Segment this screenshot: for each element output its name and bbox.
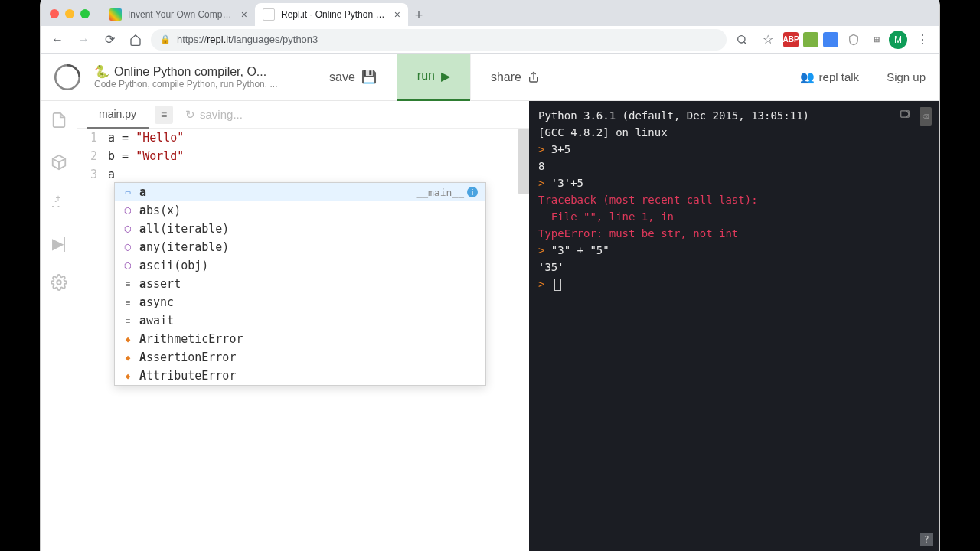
multiplayer-icon[interactable]: ∴+ (51, 196, 65, 213)
debugger-icon[interactable]: ▶| (52, 234, 64, 253)
repl-talk-link[interactable]: 👥 repl talk (786, 54, 874, 101)
browser-tab-active[interactable]: Repl.it - Online Python Editor a × (255, 3, 408, 26)
autocomplete-item[interactable]: ⬡abs(x) (115, 201, 485, 220)
minimize-window[interactable] (65, 9, 74, 18)
autocomplete-item[interactable]: ⬡any(iterable) (115, 238, 485, 256)
tab-label: Invent Your Own Computer Ga (128, 9, 235, 20)
autocomplete-item[interactable]: ≡await (115, 311, 485, 330)
maximize-window[interactable] (80, 9, 90, 18)
save-button[interactable]: save 💾 (309, 54, 397, 101)
format-button[interactable]: ≡ (155, 106, 173, 124)
lock-icon: 🔒 (160, 34, 171, 44)
share-icon (528, 71, 540, 83)
extension-green-icon[interactable] (803, 32, 818, 47)
file-tab-main[interactable]: main.py (87, 101, 149, 129)
replit-logo (51, 61, 83, 93)
new-tab-button[interactable]: + (408, 5, 430, 26)
terminal-expand-icon[interactable] (898, 107, 912, 126)
file-icon[interactable] (51, 112, 67, 132)
browser-tab-inactive[interactable]: Invent Your Own Computer Ga × (102, 3, 255, 26)
autocomplete-item[interactable]: ◆AttributeError (115, 367, 485, 385)
svg-point-2 (57, 280, 61, 285)
page-title: 🐍 Online Python compiler, O... (94, 64, 309, 79)
settings-icon[interactable] (51, 274, 67, 295)
extension-abp-icon[interactable]: ABP (783, 32, 799, 47)
autocomplete-item[interactable]: ▭a__main__i (115, 183, 485, 201)
reload-button[interactable]: ⟳ (99, 29, 120, 51)
browser-tabbar: Invent Your Own Computer Ga × Repl.it - … (41, 0, 939, 26)
home-button[interactable] (125, 29, 146, 51)
refresh-icon: ↻ (185, 108, 195, 122)
play-icon: ▶ (441, 69, 450, 83)
tab-close-icon[interactable]: × (394, 8, 400, 21)
share-button[interactable]: share (470, 54, 560, 101)
info-icon[interactable]: i (467, 187, 478, 197)
extension-shield-icon[interactable] (843, 29, 864, 51)
profile-avatar[interactable]: M (889, 31, 907, 49)
autocomplete-item[interactable]: ◆ArithmeticError (115, 330, 485, 348)
page-subtitle: Code Python, compile Python, run Python,… (94, 79, 309, 90)
autocomplete-item[interactable]: ⬡all(iterable) (115, 220, 485, 238)
url-text: https://repl.it/languages/python3 (177, 34, 318, 45)
code-editor[interactable]: 1a = "Hello"2b = "World"3a ▭a__main__i⬡a… (77, 129, 529, 551)
terminal-clear-icon[interactable]: ⌫ (920, 107, 932, 126)
saving-indicator: ↻ saving... (185, 108, 243, 122)
close-window[interactable] (50, 9, 59, 18)
search-icon[interactable] (731, 29, 753, 51)
terminal-pane[interactable]: ⌫ Python 3.6.1 (default, Dec 2015, 13:05… (529, 101, 939, 551)
autocomplete-item[interactable]: ⬡ascii(obj) (115, 256, 485, 275)
sign-up-link[interactable]: Sign up (873, 54, 939, 101)
favicon-icon (263, 8, 275, 21)
star-icon[interactable]: ☆ (757, 29, 779, 51)
favicon-icon (109, 8, 122, 21)
tab-close-icon[interactable]: × (241, 8, 247, 21)
window-traffic-lights[interactable] (50, 9, 90, 18)
autocomplete-popup[interactable]: ▭a__main__i⬡abs(x)⬡all(iterable)⬡any(ite… (114, 182, 486, 386)
browser-menu-icon[interactable]: ⋮ (912, 29, 933, 51)
extension-translate-icon[interactable] (823, 32, 838, 47)
autocomplete-item[interactable]: ≡assert (115, 275, 485, 293)
autocomplete-item[interactable]: ≡async (115, 293, 485, 311)
run-button[interactable]: run ▶ (397, 54, 470, 101)
autocomplete-item[interactable]: ◆AssertionError (115, 348, 485, 367)
save-icon: 💾 (361, 70, 377, 84)
editor-pane: main.py ≡ ↻ saving... 1a = "Hello"2b = "… (77, 101, 529, 551)
people-icon: 👥 (800, 70, 815, 84)
back-button[interactable]: ← (47, 29, 68, 51)
app-header: 🐍 Online Python compiler, O... Code Pyth… (41, 54, 939, 101)
minimap-scrollbar[interactable] (518, 129, 529, 551)
tab-label: Repl.it - Online Python Editor a (281, 9, 388, 20)
help-icon[interactable]: ? (920, 533, 933, 546)
browser-toolbar: ← → ⟳ 🔒 https://repl.it/languages/python… (41, 26, 939, 54)
left-sidebar: ∴+ ▶| (41, 101, 77, 551)
package-icon[interactable] (51, 154, 67, 174)
extension-misc-icon[interactable]: ⊞ (869, 32, 884, 47)
forward-button[interactable]: → (73, 29, 94, 51)
address-bar[interactable]: 🔒 https://repl.it/languages/python3 (151, 29, 727, 51)
file-tabs: main.py ≡ ↻ saving... (77, 101, 529, 129)
svg-point-0 (738, 35, 745, 42)
python-icon: 🐍 (94, 64, 109, 79)
